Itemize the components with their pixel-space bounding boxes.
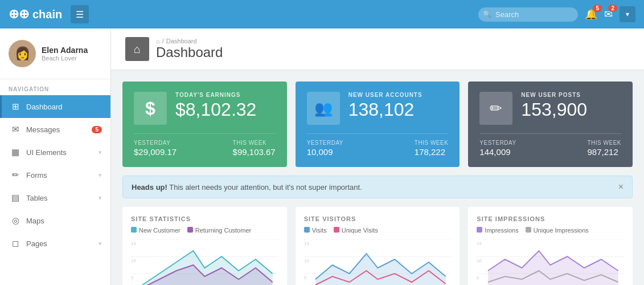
user-role: Beach Lover bbox=[42, 55, 88, 62]
sub-label: THIS WEEK bbox=[588, 140, 622, 146]
earnings-icon: $ bbox=[134, 92, 167, 125]
chevron-down-icon: ▾ bbox=[99, 240, 102, 247]
legend-dot-returning bbox=[187, 227, 193, 233]
legend-impressions: Impressions bbox=[477, 227, 518, 234]
chart-title: SITE STATISTICS bbox=[131, 215, 278, 222]
user-name: Elen Adarna bbox=[42, 46, 88, 55]
sidebar-item-tables[interactable]: ▤ Tables ▾ bbox=[0, 186, 110, 209]
legend-dot-new bbox=[131, 227, 137, 233]
sidebar-item-maps[interactable]: ◎ Maps bbox=[0, 209, 110, 232]
legend-returning-customer: Returning Customer bbox=[187, 227, 251, 234]
user-dropdown-button[interactable]: ▾ bbox=[620, 6, 635, 22]
svg-text:10: 10 bbox=[477, 258, 482, 263]
sidebar-item-messages[interactable]: ✉ Messages 5 bbox=[0, 118, 110, 141]
page-title: Dashboard bbox=[156, 44, 223, 60]
alert-bar: Heads up! This alert needs your attentio… bbox=[122, 176, 633, 198]
sub-value: 178,222 bbox=[415, 147, 449, 157]
nav-section-label: NAVIGATION bbox=[0, 79, 110, 95]
sidebar-item-forms[interactable]: ✏ Forms ▾ bbox=[0, 164, 110, 186]
chevron-down-icon: ▾ bbox=[99, 194, 102, 202]
sidebar-item-dashboard[interactable]: ⊞ Dashboard bbox=[0, 95, 110, 118]
sidebar-item-label: UI Elements bbox=[26, 148, 93, 157]
stat-footer-week: THIS WEEK $99,103.67 bbox=[233, 140, 276, 157]
menu-toggle-button[interactable]: ☰ bbox=[71, 5, 89, 23]
svg-text:5: 5 bbox=[304, 275, 307, 280]
top-navigation: ⊕⊕ chain ☰ 🔔 5 ✉ 2 ▾ bbox=[0, 0, 644, 28]
sidebar-item-ui-elements[interactable]: ▦ UI Elements ▾ bbox=[0, 141, 110, 164]
stat-label: TODAY'S EARNINGS bbox=[175, 92, 256, 98]
messages-icon: ✉ bbox=[10, 124, 20, 135]
svg-text:15: 15 bbox=[477, 241, 482, 246]
chart-legend: Impressions Unique Impressions bbox=[477, 227, 624, 234]
stat-info: TODAY'S EARNINGS $8,102.32 bbox=[175, 92, 256, 119]
search-input[interactable] bbox=[478, 7, 578, 22]
notifications-button[interactable]: 🔔 5 bbox=[585, 8, 597, 21]
stat-value: $8,102.32 bbox=[175, 100, 256, 119]
user-info: Elen Adarna Beach Lover bbox=[42, 46, 88, 62]
stats-row: $ TODAY'S EARNINGS $8,102.32 YESTERDAY $… bbox=[111, 70, 644, 176]
stat-card-inner: $ TODAY'S EARNINGS $8,102.32 bbox=[134, 92, 276, 125]
sidebar: 👩 Elen Adarna Beach Lover NAVIGATION ⊞ D… bbox=[0, 28, 111, 285]
sidebar-item-label: Tables bbox=[26, 194, 93, 202]
nav-left: ⊕⊕ chain ☰ bbox=[9, 5, 89, 23]
sub-value: 987,212 bbox=[588, 147, 622, 157]
stat-footer-yesterday: YESTERDAY $29,009.17 bbox=[134, 140, 177, 157]
alert-close-button[interactable]: × bbox=[618, 182, 624, 192]
sidebar-item-label: Messages bbox=[26, 125, 86, 134]
messages-button[interactable]: ✉ 2 bbox=[604, 8, 613, 21]
main-content: ⌂ ⌂ / Dashboard Dashboard $ TODAY'S EARN… bbox=[111, 28, 644, 285]
chart-legend: Visits Unique Visits bbox=[304, 227, 452, 234]
chart-site-impressions: SITE IMPRESSIONS Impressions Unique Impr… bbox=[468, 207, 633, 285]
legend-dot-unique-impressions bbox=[526, 227, 531, 233]
app-name: chain bbox=[32, 8, 62, 21]
chart-title: SITE IMPRESSIONS bbox=[477, 215, 624, 222]
sub-value: $99,103.67 bbox=[233, 147, 276, 157]
stat-label: NEW USER ACCOUNTS bbox=[348, 92, 423, 98]
breadcrumb-separator: / bbox=[162, 38, 164, 44]
alert-bold-text: Heads up! bbox=[132, 183, 167, 192]
legend-unique-impressions: Unique Impressions bbox=[526, 227, 589, 234]
chart-legend: New Customer Returning Customer bbox=[131, 227, 278, 234]
stat-card-earnings: $ TODAY'S EARNINGS $8,102.32 YESTERDAY $… bbox=[122, 82, 287, 167]
legend-unique-label: Unique Visits bbox=[342, 227, 378, 234]
chart-site-statistics: SITE STATISTICS New Customer Returning C… bbox=[122, 207, 287, 285]
sidebar-item-label: Pages bbox=[26, 239, 93, 248]
sub-label: YESTERDAY bbox=[479, 140, 516, 146]
sidebar-item-pages[interactable]: ◻ Pages ▾ bbox=[0, 232, 110, 255]
tables-icon: ▤ bbox=[10, 193, 20, 203]
svg-text:10: 10 bbox=[131, 258, 136, 263]
maps-icon: ◎ bbox=[10, 215, 20, 226]
breadcrumb: ⌂ / Dashboard bbox=[156, 38, 223, 44]
main-layout: 👩 Elen Adarna Beach Lover NAVIGATION ⊞ D… bbox=[0, 28, 644, 285]
chart-svg-impressions: 15 10 5 bbox=[477, 239, 624, 285]
user-profile: 👩 Elen Adarna Beach Lover bbox=[0, 28, 110, 79]
stat-value: 153,900 bbox=[521, 100, 587, 119]
messages-nav-badge: 5 bbox=[92, 126, 102, 133]
messages-badge: 2 bbox=[608, 5, 617, 12]
sidebar-item-label: Dashboard bbox=[26, 103, 102, 111]
sub-value: $29,009.17 bbox=[134, 147, 177, 157]
stat-footer-yesterday: YESTERDAY 10,009 bbox=[307, 140, 343, 157]
chart-svg-statistics: 15 10 5 bbox=[131, 239, 278, 285]
pages-icon: ◻ bbox=[10, 238, 20, 249]
legend-unique-visits: Unique Visits bbox=[334, 227, 378, 234]
legend-impressions-label: Impressions bbox=[485, 227, 518, 234]
svg-text:15: 15 bbox=[304, 241, 309, 246]
chevron-down-icon: ▾ bbox=[99, 172, 102, 179]
logo-icon: ⊕⊕ bbox=[9, 7, 29, 22]
svg-text:10: 10 bbox=[304, 258, 309, 263]
legend-new-label: New Customer bbox=[139, 227, 181, 234]
svg-text:15: 15 bbox=[131, 241, 136, 246]
svg-marker-24 bbox=[488, 251, 618, 285]
breadcrumb-current: Dashboard bbox=[166, 38, 197, 44]
legend-visits-label: Visits bbox=[312, 227, 327, 234]
stat-info: NEW USER POSTS 153,900 bbox=[521, 92, 587, 119]
chart-title: SITE VISITORS bbox=[304, 215, 452, 222]
notifications-badge: 5 bbox=[593, 5, 602, 12]
stat-value: 138,102 bbox=[348, 100, 423, 119]
chevron-down-icon: ▾ bbox=[99, 149, 102, 156]
breadcrumb-home-icon: ⌂ bbox=[156, 38, 160, 44]
stat-footer-week: THIS WEEK 987,212 bbox=[588, 140, 622, 157]
stat-footer-yesterday: YESTERDAY 144,009 bbox=[479, 140, 516, 157]
alert-body-text: This alert needs your attention, but it'… bbox=[167, 183, 362, 192]
